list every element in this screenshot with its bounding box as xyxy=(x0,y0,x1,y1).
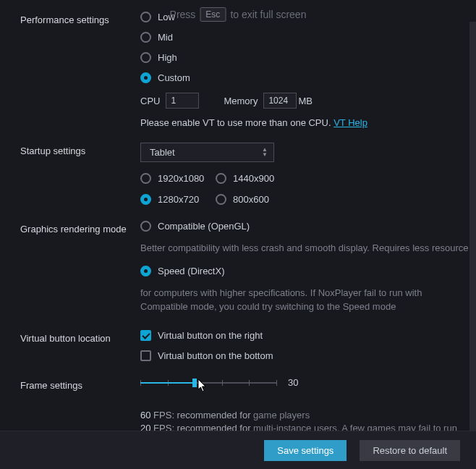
radio-icon xyxy=(140,72,151,83)
fps-value: 30 xyxy=(288,377,298,388)
save-button[interactable]: Save settings xyxy=(264,440,347,461)
radio-icon xyxy=(140,221,151,232)
radio-icon xyxy=(140,266,151,276)
slider-fill xyxy=(140,382,195,384)
vbutton-bottom-label: Virtual button on the bottom xyxy=(158,350,273,361)
cursor-icon xyxy=(197,379,208,392)
radio-icon xyxy=(140,194,151,205)
footer: Save settings Restore to default xyxy=(0,431,476,469)
radio-compatible[interactable]: Compatible (OpenGL) xyxy=(140,221,469,232)
radio-icon xyxy=(140,52,151,63)
check-vbutton-right[interactable]: Virtual button on the right xyxy=(140,330,469,341)
esc-key: Esc xyxy=(200,7,226,22)
check-vbutton-bottom[interactable]: Virtual button on the bottom xyxy=(140,350,469,361)
radio-1280x720[interactable]: 1280x720 xyxy=(140,194,205,205)
checkbox-icon xyxy=(140,330,151,341)
fullscreen-notice: Press Esc to exit full screen xyxy=(170,7,307,22)
checkbox-icon xyxy=(140,350,151,361)
speed-desc: for computers with higher specifications… xyxy=(140,286,469,314)
radio-mid-label: Mid xyxy=(158,32,173,43)
cpu-input[interactable]: 1 xyxy=(166,93,199,109)
memory-label: Memory xyxy=(224,96,258,106)
res-1280-label: 1280x720 xyxy=(158,194,199,205)
radio-1920x1080[interactable]: 1920x1080 xyxy=(140,173,205,184)
notice-suffix: to exit full screen xyxy=(230,9,306,20)
chevron-updown-icon: ▲▼ xyxy=(262,148,268,157)
vbutton-label: Virtual button location xyxy=(20,330,140,344)
cpu-label: CPU xyxy=(140,96,160,106)
radio-icon xyxy=(216,194,226,205)
res-1920-label: 1920x1080 xyxy=(158,173,204,184)
frame-settings-label: Frame settings xyxy=(20,377,140,391)
memory-unit: MB xyxy=(298,96,313,106)
radio-custom[interactable]: Custom xyxy=(140,72,469,83)
device-select-value: Tablet xyxy=(150,147,175,158)
radio-icon xyxy=(216,173,226,184)
res-800-label: 800x600 xyxy=(233,194,269,205)
notice-prefix: Press xyxy=(170,9,196,20)
fps-slider[interactable] xyxy=(140,377,276,389)
speed-label: Speed (DirectX) xyxy=(158,266,224,276)
memory-input[interactable]: 1024 xyxy=(263,93,297,109)
radio-icon xyxy=(140,32,151,43)
radio-mid[interactable]: Mid xyxy=(140,32,469,43)
radio-800x600[interactable]: 800x600 xyxy=(216,194,281,205)
vt-hint-text: Please enable VT to use more than one CP… xyxy=(140,117,331,128)
performance-settings-label: Performance settings xyxy=(20,12,140,25)
radio-custom-label: Custom xyxy=(158,72,190,83)
radio-high-label: High xyxy=(158,52,177,63)
scrollbar[interactable] xyxy=(469,22,476,431)
vbutton-right-label: Virtual button on the right xyxy=(158,330,263,341)
slider-thumb[interactable] xyxy=(192,379,197,387)
radio-icon xyxy=(140,173,151,184)
res-1440-label: 1440x900 xyxy=(233,173,274,184)
radio-speed[interactable]: Speed (DirectX) xyxy=(140,266,469,276)
compat-desc: Better compatibility with less crash and… xyxy=(140,241,469,255)
graphics-mode-label: Graphics rendering mode xyxy=(20,221,140,234)
vt-help-link[interactable]: VT Help xyxy=(333,117,367,128)
radio-1440x900[interactable]: 1440x900 xyxy=(216,173,281,184)
compat-label: Compatible (OpenGL) xyxy=(158,221,250,232)
device-select[interactable]: Tablet ▲▼ xyxy=(140,143,274,162)
radio-high[interactable]: High xyxy=(140,52,469,63)
radio-icon xyxy=(140,12,151,22)
startup-settings-label: Startup settings xyxy=(20,143,140,156)
restore-button[interactable]: Restore to default xyxy=(360,440,460,461)
